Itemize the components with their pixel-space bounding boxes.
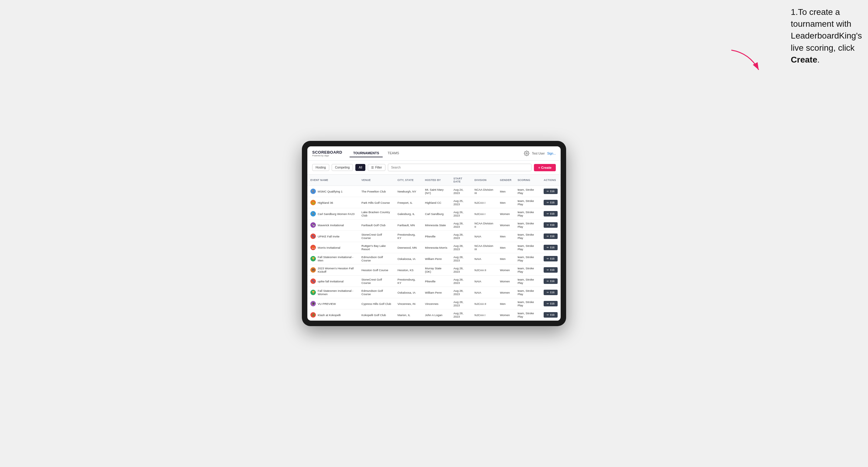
edit-button[interactable]: ✏ Edit bbox=[544, 222, 558, 228]
edit-button[interactable]: ✏ Edit bbox=[544, 234, 558, 239]
edit-pencil-icon: ✏ bbox=[547, 280, 549, 283]
cell-venue: Lake Bracken Country Club bbox=[359, 208, 395, 220]
cell-event-name: 🏆 Fall Statesmen Invitational - Women bbox=[307, 287, 359, 298]
edit-button[interactable]: ✏ Edit bbox=[544, 256, 558, 261]
event-icon: ⛳ bbox=[310, 200, 316, 205]
cell-hosted-by: William Penn bbox=[422, 253, 451, 264]
cell-event-name: 🐻 2023 Women's Hesston Fall Kickoff bbox=[307, 264, 359, 276]
cell-gender: Women bbox=[497, 208, 515, 220]
filter-all-button[interactable]: All bbox=[355, 164, 365, 171]
cell-hosted-by: Carl Sandburg bbox=[422, 208, 451, 220]
table-row: 🐾 UPIKE Fall Invite StoneCrest Golf Cour… bbox=[307, 231, 561, 242]
filter-competing-button[interactable]: Competing bbox=[332, 164, 353, 171]
edit-button[interactable]: ✏ Edit bbox=[544, 211, 558, 217]
col-hosted-by: HOSTED BY bbox=[422, 175, 451, 186]
cell-gender: Women bbox=[497, 276, 515, 287]
event-icon: 🦊 bbox=[310, 245, 316, 250]
cell-scoring: team, Stroke Play bbox=[515, 186, 540, 197]
cell-start-date: Aug 28, 2023 bbox=[451, 253, 471, 264]
cell-division: NJCAA I bbox=[471, 309, 497, 321]
cell-hosted-by: Minnesota-Morris bbox=[422, 242, 451, 253]
cell-start-date: Aug 28, 2023 bbox=[451, 231, 471, 242]
cell-scoring: team, Stroke Play bbox=[515, 264, 540, 276]
cell-start-date: Aug 28, 2023 bbox=[451, 220, 471, 231]
col-city-state: CITY, STATE bbox=[395, 175, 422, 186]
cell-start-date: Aug 28, 2023 bbox=[451, 276, 471, 287]
cell-start-date: Aug 28, 2023 bbox=[451, 298, 471, 309]
edit-pencil-icon: ✏ bbox=[547, 201, 549, 204]
edit-pencil-icon: ✏ bbox=[547, 302, 549, 305]
col-gender: GENDER bbox=[497, 175, 515, 186]
cell-actions: ✏ Edit bbox=[540, 197, 561, 208]
cell-event-name: 🎓 VU PREVIEW bbox=[307, 298, 359, 309]
app-header: SCOREBOARD Powered by clippr TOURNAMENTS… bbox=[307, 146, 561, 161]
cell-gender: Men bbox=[497, 186, 515, 197]
table-row: ⛳ Highland 36 Park Hills Golf Course Fre… bbox=[307, 197, 561, 208]
cell-event-name: 🐾 UPIKE Fall Invite bbox=[307, 231, 359, 242]
cell-actions: ✏ Edit bbox=[540, 253, 561, 264]
edit-button[interactable]: ✏ Edit bbox=[544, 278, 558, 284]
cell-venue: Kokopelli Golf Club bbox=[359, 309, 395, 321]
cell-scoring: team, Stroke Play bbox=[515, 220, 540, 231]
cell-scoring: team, Stroke Play bbox=[515, 242, 540, 253]
cell-venue: Hesston Golf Course bbox=[359, 264, 395, 276]
edit-button[interactable]: ✏ Edit bbox=[544, 290, 558, 295]
cell-scoring: team, Stroke Play bbox=[515, 309, 540, 321]
edit-button[interactable]: ✏ Edit bbox=[544, 312, 558, 318]
cell-scoring: team, Stroke Play bbox=[515, 298, 540, 309]
edit-button[interactable]: ✏ Edit bbox=[544, 301, 558, 306]
table-header-row: EVENT NAME VENUE CITY, STATE HOSTED BY S… bbox=[307, 175, 561, 186]
edit-pencil-icon: ✏ bbox=[547, 190, 549, 193]
edit-button[interactable]: ✏ Edit bbox=[544, 267, 558, 273]
tournaments-table-container: EVENT NAME VENUE CITY, STATE HOSTED BY S… bbox=[307, 175, 561, 321]
cell-start-date: Aug 28, 2023 bbox=[451, 242, 471, 253]
cell-city-state: Prestonsburg, KY bbox=[395, 231, 422, 242]
col-start-date: START DATE bbox=[451, 175, 471, 186]
cell-city-state: Freeport, IL bbox=[395, 197, 422, 208]
cell-hosted-by: Pikeville bbox=[422, 276, 451, 287]
cell-city-state: Oskaloosa, IA bbox=[395, 287, 422, 298]
event-icon: 🎓 bbox=[310, 301, 316, 306]
cell-event-name: 🏌 MSMC Qualifying 1 bbox=[307, 186, 359, 197]
header-right: Test User Sign... bbox=[524, 151, 556, 156]
nav-tab-teams[interactable]: TEAMS bbox=[384, 149, 403, 157]
edit-button[interactable]: ✏ Edit bbox=[544, 200, 558, 205]
edit-pencil-icon: ✏ bbox=[547, 223, 549, 226]
cell-division: NCAA Division III bbox=[471, 186, 497, 197]
filter-button[interactable]: ☰ Filter bbox=[368, 164, 385, 171]
cell-gender: Women bbox=[497, 220, 515, 231]
cell-city-state: Deerwood, MN bbox=[395, 242, 422, 253]
event-icon: 🐄 bbox=[310, 222, 316, 228]
cell-division: NAIA bbox=[471, 276, 497, 287]
nav-tab-tournaments[interactable]: TOURNAMENTS bbox=[349, 149, 383, 157]
cell-gender: Men bbox=[497, 298, 515, 309]
cell-hosted-by: Vincennes bbox=[422, 298, 451, 309]
sign-link[interactable]: Sign... bbox=[547, 152, 556, 155]
edit-pencil-icon: ✏ bbox=[547, 212, 549, 215]
cell-start-date: Aug 25, 2023 bbox=[451, 197, 471, 208]
cell-venue: StoneCrest Golf Course bbox=[359, 276, 395, 287]
cell-actions: ✏ Edit bbox=[540, 309, 561, 321]
filter-icon: ☰ bbox=[371, 166, 374, 169]
create-button[interactable]: + Create bbox=[534, 164, 556, 171]
cell-venue: StoneCrest Golf Course bbox=[359, 231, 395, 242]
cell-city-state: Prestonsburg, KY bbox=[395, 276, 422, 287]
cell-scoring: team, Stroke Play bbox=[515, 208, 540, 220]
gear-icon[interactable] bbox=[524, 151, 529, 156]
search-input[interactable] bbox=[388, 164, 532, 171]
cell-gender: Women bbox=[497, 309, 515, 321]
tablet-screen: SCOREBOARD Powered by clippr TOURNAMENTS… bbox=[307, 146, 561, 321]
col-event-name: EVENT NAME bbox=[307, 175, 359, 186]
cell-scoring: team, Stroke Play bbox=[515, 197, 540, 208]
tournaments-table: EVENT NAME VENUE CITY, STATE HOSTED BY S… bbox=[307, 175, 561, 321]
table-row: 🏌 Carl Sandburg Women FA23 Lake Bracken … bbox=[307, 208, 561, 220]
cell-actions: ✏ Edit bbox=[540, 208, 561, 220]
edit-button[interactable]: ✏ Edit bbox=[544, 189, 558, 194]
cell-actions: ✏ Edit bbox=[540, 242, 561, 253]
edit-button[interactable]: ✏ Edit bbox=[544, 245, 558, 250]
cell-gender: Women bbox=[497, 264, 515, 276]
cell-start-date: Aug 24, 2023 bbox=[451, 186, 471, 197]
filter-hosting-button[interactable]: Hosting bbox=[312, 164, 329, 171]
nav-tabs: TOURNAMENTS TEAMS bbox=[349, 149, 517, 157]
cell-city-state: Hesston, KS bbox=[395, 264, 422, 276]
